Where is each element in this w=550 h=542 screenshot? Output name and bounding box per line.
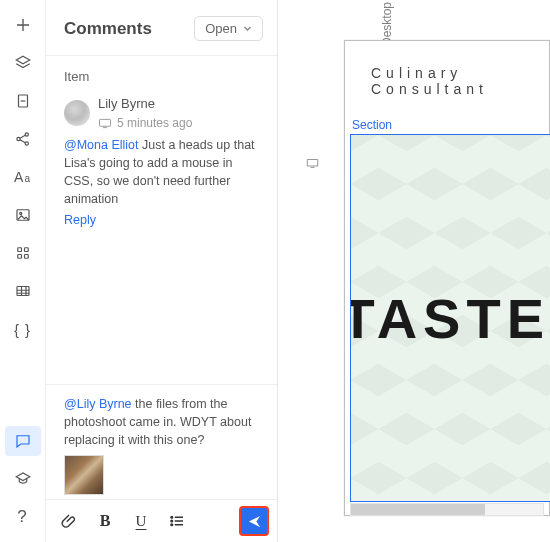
svg-point-12	[171, 516, 173, 518]
svg-point-14	[171, 524, 173, 526]
page-icon[interactable]	[5, 86, 41, 116]
svg-point-13	[171, 520, 173, 522]
svg-point-1	[16, 137, 19, 140]
filter-dropdown[interactable]: Open	[194, 16, 263, 41]
reply-link[interactable]: Reply	[64, 211, 96, 229]
svg-rect-8	[17, 255, 21, 259]
context-label: Item	[64, 68, 263, 87]
svg-point-2	[25, 133, 28, 136]
comments-icon[interactable]	[5, 426, 41, 456]
comment-author: Lily Byrne	[98, 95, 192, 114]
chevron-down-icon	[243, 24, 252, 33]
comment-time: 5 minutes ago	[117, 115, 192, 132]
mention[interactable]: @Mona Elliot	[64, 138, 139, 152]
desktop-icon	[98, 118, 112, 129]
attach-icon[interactable]	[58, 510, 80, 532]
svg-rect-9	[24, 255, 28, 259]
horizontal-scrollbar[interactable]	[350, 503, 544, 516]
comment-composer[interactable]: @Lily Byrne the files from the photoshoo…	[46, 384, 277, 499]
comments-panel: Comments Open Item Lily Byrne 5 minutes …	[46, 0, 278, 542]
composer-text[interactable]: @Lily Byrne the files from the photoshoo…	[64, 395, 263, 449]
layers-icon[interactable]	[5, 48, 41, 78]
send-button[interactable]	[239, 506, 269, 536]
panel-title: Comments	[64, 19, 152, 39]
comment-thread: Item Lily Byrne 5 minutes ago @Mona Elli…	[46, 56, 277, 384]
help-icon[interactable]: ?	[5, 502, 41, 532]
hero-text: TASTE	[350, 286, 550, 351]
filter-label: Open	[205, 21, 237, 36]
left-rail: Aa { } ?	[0, 0, 46, 542]
share-icon[interactable]	[5, 124, 41, 154]
svg-point-3	[25, 142, 28, 145]
svg-rect-15	[307, 160, 317, 167]
desktop-icon	[306, 156, 319, 174]
svg-rect-6	[17, 248, 21, 252]
send-icon	[247, 514, 262, 529]
svg-point-5	[19, 212, 21, 214]
attachment-thumbnail[interactable]	[64, 455, 104, 495]
svg-rect-11	[100, 119, 111, 126]
section-box[interactable]: TASTE	[350, 134, 550, 502]
learn-icon[interactable]	[5, 464, 41, 494]
mention[interactable]: @Lily Byrne	[64, 397, 132, 411]
bold-button[interactable]: B	[94, 510, 116, 532]
comment: Lily Byrne 5 minutes ago @Mona Elliot Ju…	[64, 95, 263, 229]
table-icon[interactable]	[5, 276, 41, 306]
comment-body: @Mona Elliot Just a heads up that Lisa's…	[64, 136, 263, 209]
avatar	[64, 100, 90, 126]
canvas[interactable]: Desktop (Primary) Culinary Consultant Se…	[278, 0, 550, 542]
svg-rect-7	[24, 248, 28, 252]
underline-button[interactable]: U	[130, 510, 152, 532]
image-icon[interactable]	[5, 200, 41, 230]
section-label[interactable]: Section	[348, 118, 392, 132]
page-title: Culinary Consultant	[345, 41, 549, 117]
composer-toolbar: B U	[46, 499, 277, 542]
typography-icon[interactable]: Aa	[5, 162, 41, 192]
list-icon[interactable]	[166, 510, 188, 532]
svg-rect-10	[17, 287, 29, 296]
scrollbar-thumb[interactable]	[351, 504, 485, 515]
add-icon[interactable]	[5, 10, 41, 40]
code-icon[interactable]: { }	[5, 314, 41, 344]
apps-icon[interactable]	[5, 238, 41, 268]
